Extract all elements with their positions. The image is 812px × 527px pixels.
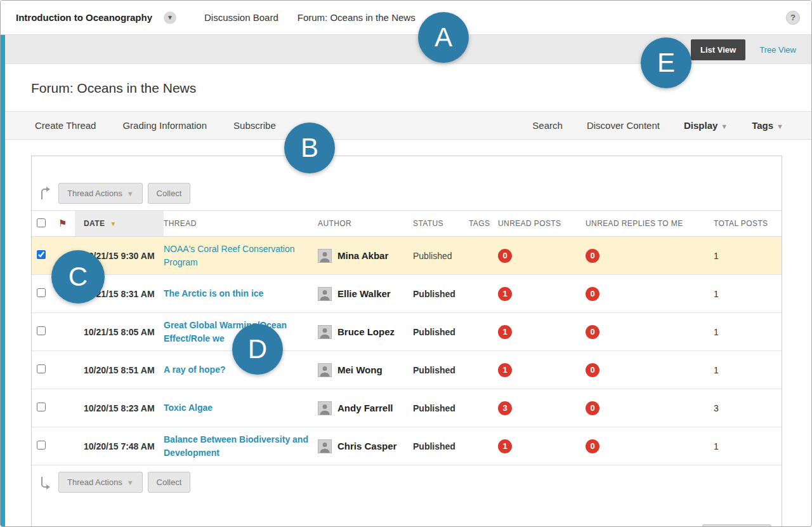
course-menu-button[interactable]: ▼ xyxy=(164,11,176,24)
avatar xyxy=(318,401,332,415)
chevron-down-icon: ▼ xyxy=(127,190,134,197)
sort-desc-icon: ▼ xyxy=(110,220,116,227)
discover-content-button[interactable]: Discover Content xyxy=(587,120,660,131)
column-header-unread-replies[interactable]: UNREAD REPLIES TO ME xyxy=(586,219,707,228)
column-header-tags[interactable]: TAGS xyxy=(469,219,498,228)
unread-replies-badge[interactable]: 0 xyxy=(586,287,599,301)
bottom-toolbar: Thread Actions▼ Collect xyxy=(32,465,782,508)
column-header-status[interactable]: STATUS xyxy=(413,219,469,228)
row-checkbox[interactable] xyxy=(37,326,46,335)
action-bar-right: Search Discover Content Display▼ Tags▼ xyxy=(532,120,783,131)
thread-status: Published xyxy=(413,441,469,451)
thread-status: Published xyxy=(413,327,469,337)
unread-posts-badge[interactable]: 1 xyxy=(498,363,512,377)
unread-replies-badge[interactable]: 0 xyxy=(586,249,599,263)
author-name: Mina Akbar xyxy=(337,250,388,261)
unread-posts-cell: 0 xyxy=(498,249,586,263)
callout-a: A xyxy=(418,12,469,63)
thread-row: 10/20/15 7:48 AM Balance Between Biodive… xyxy=(32,427,782,465)
column-header-date[interactable]: DATE▼ xyxy=(75,211,164,236)
list-view-button[interactable]: List View xyxy=(691,39,745,60)
thread-date: 10/20/15 7:48 AM xyxy=(75,441,164,451)
author-name: Andy Farrell xyxy=(337,403,393,413)
thread-title-cell: NOAA's Coral Reef Conservation Program xyxy=(164,243,318,269)
unread-replies-cell: 0 xyxy=(586,249,707,263)
row-checkbox[interactable] xyxy=(37,403,46,411)
table-header-row: ⚑ DATE▼ THREAD AUTHOR STATUS TAGS UNREAD… xyxy=(32,210,782,237)
column-header-thread[interactable]: THREAD xyxy=(164,219,318,228)
thread-link[interactable]: NOAA's Coral Reef Conservation Program xyxy=(164,243,318,269)
tags-menu[interactable]: Tags▼ xyxy=(752,120,783,131)
callout-e: E xyxy=(641,37,691,88)
top-header: Introduction to Oceanography ▼ Discussio… xyxy=(1,1,811,35)
total-posts-value: 3 xyxy=(707,403,782,413)
avatar xyxy=(318,287,332,301)
select-cell xyxy=(37,441,58,452)
author-cell: Chris Casper xyxy=(318,439,413,453)
author-name: Chris Casper xyxy=(337,441,396,451)
unread-posts-badge[interactable]: 0 xyxy=(498,249,512,263)
avatar xyxy=(318,325,332,339)
subscribe-button[interactable]: Subscribe xyxy=(233,120,276,131)
callout-c: C xyxy=(51,250,105,304)
author-cell: Bruce Lopez xyxy=(318,325,413,339)
thread-link[interactable]: Balance Between Biodiversity and Develop… xyxy=(164,433,318,459)
collect-button[interactable]: Collect xyxy=(148,183,191,204)
row-checkbox[interactable] xyxy=(37,441,46,450)
column-header-total-posts[interactable]: TOTAL POSTS xyxy=(707,219,782,228)
unread-posts-cell: 1 xyxy=(498,287,586,301)
search-button[interactable]: Search xyxy=(532,120,563,131)
unread-replies-badge[interactable]: 0 xyxy=(586,325,599,339)
thread-row: 10/21/15 8:05 AM Great Global Warming/Oc… xyxy=(32,313,782,351)
thread-date: 10/21/15 8:05 AM xyxy=(75,327,164,337)
row-checkbox[interactable] xyxy=(37,288,46,297)
chevron-down-icon: ▼ xyxy=(721,123,728,130)
select-cell xyxy=(37,250,58,262)
thread-status: Published xyxy=(413,289,469,299)
column-header-author[interactable]: AUTHOR xyxy=(318,219,413,228)
total-posts-value: 1 xyxy=(707,251,782,261)
unread-replies-badge[interactable]: 0 xyxy=(586,363,599,377)
breadcrumb-discussion-board[interactable]: Discussion Board xyxy=(204,12,278,23)
help-button[interactable]: ? xyxy=(786,11,800,25)
create-thread-button[interactable]: Create Thread xyxy=(35,120,96,131)
callout-d: D xyxy=(232,324,283,375)
thread-row: 10/21/15 8:31 AM The Arctic is on thin i… xyxy=(32,275,782,313)
thread-link[interactable]: A ray of hope? xyxy=(164,363,235,376)
unread-replies-cell: 0 xyxy=(586,401,707,415)
unread-replies-cell: 0 xyxy=(586,325,707,339)
unread-posts-badge[interactable]: 1 xyxy=(498,439,512,453)
select-all-checkbox[interactable] xyxy=(37,218,46,227)
display-menu[interactable]: Display▼ xyxy=(684,120,728,131)
author-cell: Mina Akbar xyxy=(318,249,413,263)
tree-view-link[interactable]: Tree View xyxy=(759,45,796,55)
top-toolbar: Thread Actions▼ Collect xyxy=(32,156,782,210)
grading-information-button[interactable]: Grading Information xyxy=(122,120,207,131)
thread-date: 10/20/15 8:51 AM xyxy=(75,365,164,375)
unread-posts-badge[interactable]: 1 xyxy=(498,325,512,339)
thread-actions-button[interactable]: Thread Actions▼ xyxy=(58,183,143,204)
unread-posts-cell: 3 xyxy=(498,401,586,415)
thread-actions-button[interactable]: Thread Actions▼ xyxy=(58,472,143,493)
unread-posts-badge[interactable]: 3 xyxy=(498,401,512,415)
thread-link[interactable]: The Arctic is on thin ice xyxy=(164,287,272,300)
thread-status: Published xyxy=(413,365,469,375)
unread-posts-cell: 1 xyxy=(498,325,586,339)
unread-posts-badge[interactable]: 1 xyxy=(498,287,512,301)
select-cell xyxy=(37,326,58,338)
edit-paging-button[interactable]: Edit Paging... xyxy=(702,524,771,527)
column-header-unread-posts[interactable]: UNREAD POSTS xyxy=(498,219,586,228)
thread-link[interactable]: Toxic Algae xyxy=(164,401,221,414)
author-cell: Ellie Walker xyxy=(318,287,413,301)
row-checkbox[interactable] xyxy=(37,250,46,259)
unread-replies-cell: 0 xyxy=(586,439,707,453)
avatar xyxy=(318,439,332,453)
avatar xyxy=(318,363,332,377)
unread-replies-badge[interactable]: 0 xyxy=(586,401,599,415)
row-checkbox[interactable] xyxy=(37,364,46,373)
unread-replies-cell: 0 xyxy=(586,363,707,377)
collect-button[interactable]: Collect xyxy=(148,472,191,493)
flag-icon[interactable]: ⚑ xyxy=(58,218,75,229)
thread-title-cell: Balance Between Biodiversity and Develop… xyxy=(164,433,318,459)
unread-replies-badge[interactable]: 0 xyxy=(586,439,599,453)
